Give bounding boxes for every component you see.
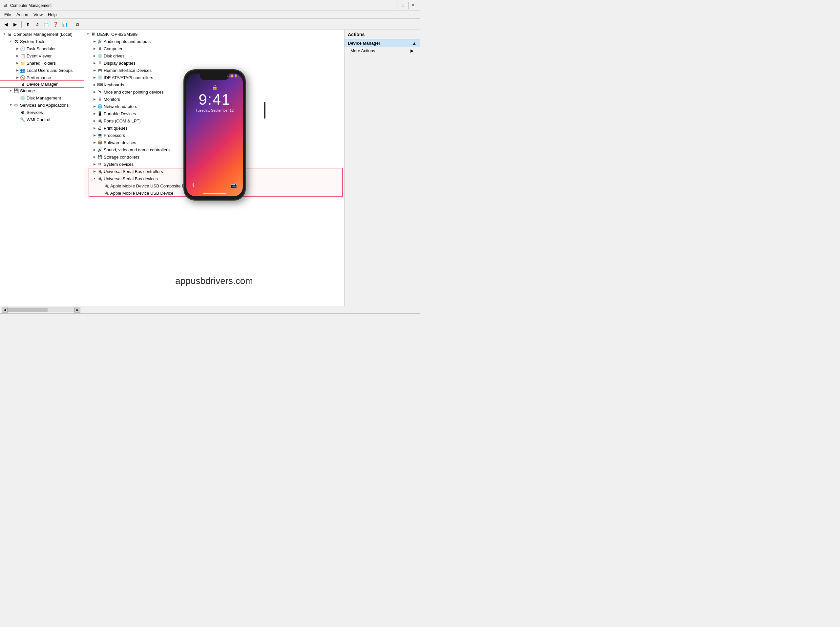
dev-print[interactable]: ▶ 🖨 Print queues — [84, 124, 344, 132]
device-root-expand: ▼ — [85, 32, 91, 37]
up-button[interactable]: ⬆ — [24, 20, 32, 28]
properties-button[interactable]: 📄 — [42, 20, 50, 28]
menu-help[interactable]: Help — [45, 11, 60, 18]
storage-ctrl-label: Storage controllers — [104, 154, 140, 159]
primary-action-arrow: ▲ — [412, 41, 416, 46]
scroll-left-button[interactable]: ◀ — [2, 307, 8, 313]
scroll-thumb — [8, 308, 47, 312]
root-icon: 🖥 — [7, 32, 12, 37]
view-button[interactable]: 📊 — [60, 20, 69, 28]
sidebar-item-task-scheduler[interactable]: ▶ 🕐 Task Scheduler — [0, 45, 84, 52]
processors-icon: 💻 — [97, 132, 102, 138]
dev-computer[interactable]: ▶ 🖥 Computer — [84, 45, 344, 52]
services-icon: ⚙ — [20, 110, 25, 115]
dev-network[interactable]: ▶ 🌐 Network adapters — [84, 103, 344, 110]
performance-expand: ▶ — [15, 75, 20, 80]
device-manager-expand — [15, 82, 20, 87]
display-expand: ▶ — [92, 60, 97, 66]
sidebar-item-system-tools[interactable]: ▼ 🛠 System Tools — [0, 38, 84, 45]
computer-button[interactable]: 🖥 — [73, 20, 82, 28]
primary-action-label: Device Manager — [348, 41, 380, 46]
sidebar-item-storage[interactable]: ▼ 💾 Storage — [0, 87, 84, 94]
scroll-right-button[interactable]: ▶ — [74, 307, 80, 313]
sidebar-item-services[interactable]: ⚙ Services — [0, 109, 84, 116]
tree-root[interactable]: ▼ 🖥 Computer Management (Local) — [0, 30, 84, 38]
close-button[interactable]: ✕ — [409, 2, 417, 9]
monitors-label: Monitors — [104, 97, 120, 102]
actions-header: Actions — [344, 30, 420, 39]
forward-button[interactable]: ▶ — [11, 20, 19, 28]
dev-apple-composite[interactable]: 🔌 Apple Mobile Device USB Composite Devi… — [84, 182, 344, 189]
device-manager-icon: 🖥 — [20, 82, 25, 87]
shared-folders-icon: 📁 — [20, 60, 25, 66]
scroll-track[interactable] — [8, 307, 74, 312]
dev-audio[interactable]: ▶ 🔊 Audio inputs and outputs — [84, 38, 344, 45]
disk-label: Disk drives — [104, 54, 125, 58]
services-apps-label: Services and Applications — [20, 103, 69, 108]
dev-software[interactable]: ▶ 📦 Software devices — [84, 139, 344, 146]
dev-mice[interactable]: ▶ 🖱 Mice and other pointing devices — [84, 88, 344, 96]
dev-display[interactable]: ▶ 🖥 Display adapters — [84, 60, 344, 67]
menu-action[interactable]: Action — [14, 11, 31, 18]
dev-processors[interactable]: ▶ 💻 Processors — [84, 132, 344, 139]
toolbar: ◀ ▶ ⬆ 🖥 📄 ❓ 📊 🖥 — [0, 19, 420, 30]
sidebar-item-performance[interactable]: ▶ 🚫 Performance — [0, 74, 84, 81]
apple-comp-label: Apple Mobile Device USB Composite Device — [110, 183, 195, 188]
apple-comp-icon: 🔌 — [104, 183, 109, 188]
device-root-label: DESKTOP-92SMS99 — [97, 32, 137, 37]
sidebar-item-services-apps[interactable]: ▼ ⚙ Services and Applications — [0, 101, 84, 109]
sidebar-item-event-viewer[interactable]: ▶ 📋 Event Viewer — [0, 52, 84, 60]
dev-apple-usb[interactable]: 🔌 Apple Mobile Device USB Device — [84, 189, 344, 197]
device-root[interactable]: ▼ 🖥 DESKTOP-92SMS99 — [84, 30, 344, 38]
system-tools-label: System Tools — [20, 39, 45, 44]
dev-portable[interactable]: ▶ 📱 Portable Devices — [84, 110, 344, 117]
status-bar: ◀ ▶ — [0, 306, 420, 313]
sidebar-item-shared-folders[interactable]: ▶ 📁 Shared Folders — [0, 60, 84, 67]
services-expand — [15, 110, 20, 115]
hid-expand: ▶ — [92, 68, 97, 73]
processors-expand: ▶ — [92, 132, 97, 138]
sidebar-item-device-manager[interactable]: 🖥 Device Manager — [0, 80, 84, 88]
main-window: 🖥 Computer Management — □ ✕ File Action … — [0, 0, 420, 314]
dev-hid[interactable]: ▶ 🎮 Human Interface Devices — [84, 67, 344, 74]
mice-label: Mice and other pointing devices — [104, 90, 164, 95]
portable-expand: ▶ — [92, 111, 97, 116]
menu-file[interactable]: File — [2, 11, 14, 18]
local-users-label: Local Users and Groups — [27, 68, 72, 73]
device-root-icon: 🖥 — [91, 32, 96, 37]
usb-ctrl-label: Universal Serial Bus controllers — [104, 169, 163, 174]
primary-action-item[interactable]: Device Manager ▲ — [344, 39, 420, 47]
computer-expand: ▶ — [92, 46, 97, 51]
toolbar-separator-2 — [71, 21, 71, 28]
dev-sound[interactable]: ▶ 🔊 Sound, video and game controllers — [84, 146, 344, 153]
dev-ide[interactable]: ▶ 💿 IDE ATA/ATAPI controllers — [84, 74, 344, 81]
processors-label: Processors — [104, 133, 125, 138]
sidebar-item-disk-management[interactable]: 💿 Disk Management — [0, 94, 84, 101]
maximize-button[interactable]: □ — [399, 2, 407, 9]
audio-expand: ▶ — [92, 39, 97, 44]
ports-label: Ports (COM & LPT) — [104, 118, 141, 123]
more-actions-label: More Actions — [351, 48, 375, 53]
dev-usb-controllers[interactable]: ▶ 🔌 Universal Serial Bus controllers — [84, 168, 344, 175]
dev-keyboards[interactable]: ▶ ⌨ Keyboards — [84, 81, 344, 88]
show-hide-button[interactable]: 🖥 — [33, 20, 41, 28]
disk-mgmt-expand — [15, 95, 20, 101]
more-actions-item[interactable]: More Actions ▶ — [344, 47, 420, 55]
minimize-button[interactable]: — — [389, 2, 397, 9]
left-panel: ▼ 🖥 Computer Management (Local) ▼ 🛠 Syst… — [0, 30, 84, 306]
dev-monitors[interactable]: ▶ 🖥 Monitors — [84, 96, 344, 103]
dev-ports[interactable]: ▶ 🔌 Ports (COM & LPT) — [84, 117, 344, 124]
ports-expand: ▶ — [92, 118, 97, 123]
dev-system[interactable]: ▶ ⚙ System devices — [84, 161, 344, 168]
menu-view[interactable]: View — [31, 11, 45, 18]
services-apps-expand: ▼ — [8, 102, 13, 108]
dev-usb-devices[interactable]: ▼ 🔌 Universal Serial Bus devices — [84, 175, 344, 182]
dev-storage[interactable]: ▶ 💾 Storage controllers — [84, 153, 344, 161]
keyboards-expand: ▶ — [92, 82, 97, 87]
device-manager-label: Device Manager — [27, 82, 58, 87]
back-button[interactable]: ◀ — [2, 20, 10, 28]
help-button[interactable]: ❓ — [51, 20, 60, 28]
dev-disk[interactable]: ▶ 💿 Disk drives — [84, 52, 344, 60]
sidebar-item-local-users[interactable]: ▶ 👥 Local Users and Groups — [0, 67, 84, 74]
sidebar-item-wmi[interactable]: 🔧 WMI Control — [0, 116, 84, 123]
